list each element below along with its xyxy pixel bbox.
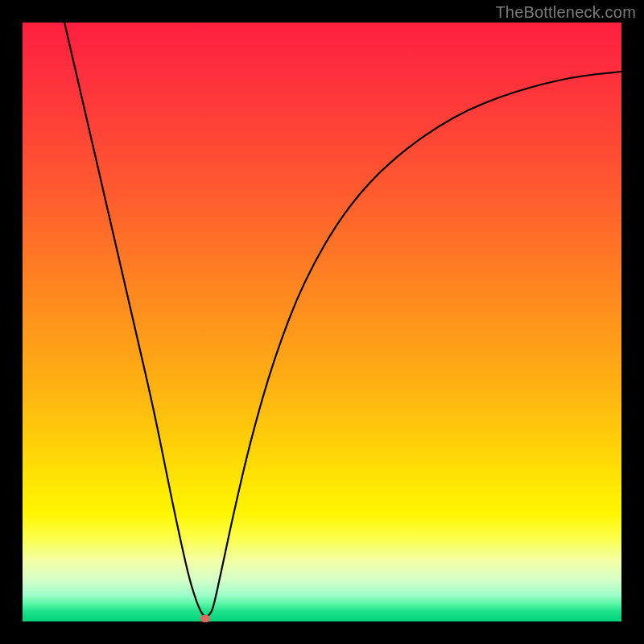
- minimum-marker: [200, 615, 210, 622]
- chart-frame: TheBottleneck.com: [0, 0, 644, 644]
- plot-area: [23, 23, 621, 621]
- watermark-text: TheBottleneck.com: [495, 3, 636, 22]
- bottleneck-curve: [23, 23, 621, 621]
